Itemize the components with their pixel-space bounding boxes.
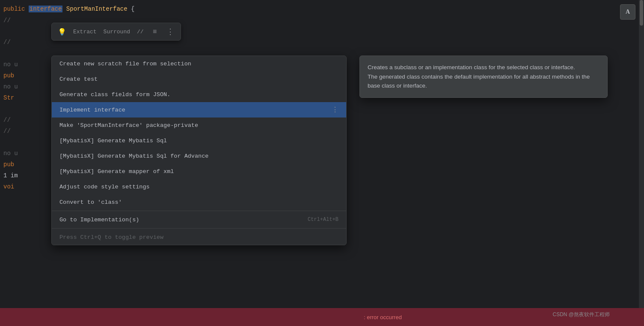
comment-12: // [0,126,11,137]
menu-item-mybatis-sql[interactable]: [MybatisX] Generate Mybatis Sql [52,133,346,148]
class-name: SportManInterface [66,6,128,12]
context-menu: Create new scratch file from selection C… [51,56,347,245]
menu-item-implement-dots: ⋮ [332,106,338,114]
comment-icon[interactable]: // [135,28,145,36]
error-bar: : error occurred [0,308,644,326]
more-button[interactable]: ⋮ [164,26,176,38]
corner-badge-text: CSDN @熬夜软件工程师 [552,311,610,317]
partial-17: voi [0,181,14,192]
translate-button[interactable]: A [620,4,635,20]
menu-item-json-label: Generate class fields form JSON. [59,91,338,98]
menu-item-convert-class[interactable]: Convert to 'class' [52,194,346,210]
partial-7: pub [0,70,14,81]
partial-6: no u [0,59,18,70]
menu-item-code-style-label: Adjust code style settings [59,184,338,190]
extract-label[interactable]: Extract [71,28,98,36]
more-icon: ⋮ [166,27,174,36]
partial-15: pub [0,159,14,170]
menu-item-scratch-label: Create new scratch file from selection [59,61,338,67]
scrollbar[interactable] [639,0,644,326]
bulb-button[interactable]: 💡 [56,26,68,38]
surround-label[interactable]: Surround [102,28,132,36]
description-panel: Creates a subclass or an implementation … [359,56,608,98]
menu-item-test[interactable]: Create test [52,71,346,87]
menu-item-json[interactable]: Generate class fields form JSON. [52,87,346,102]
menu-item-goto-impl-shortcut: Ctrl+Alt+B [308,217,338,223]
menu-item-make-private-label: Make 'SportManInterface' package-private [59,122,338,129]
list-button[interactable]: ≡ [149,26,161,38]
menu-item-make-private[interactable]: Make 'SportManInterface' package-private [52,117,346,133]
brace-open: { [131,6,134,12]
partial-8: no u [0,81,18,92]
menu-footer-label: Press Ctrl+Q to toggle preview [59,234,338,241]
menu-separator-1 [52,211,346,211]
menu-item-mybatis-mapper-label: [MybatisX] Generate mapper of xml [59,168,338,175]
menu-item-implement-label: Implement interface [59,107,328,113]
comment-4: // [3,39,11,46]
chinese-comment-2 [14,17,26,23]
menu-item-footer: Press Ctrl+Q to toggle preview [52,229,346,245]
code-line-1: public interface SportManInterface { [0,3,644,15]
corner-badge: CSDN @熬夜软件工程师 [552,311,610,318]
scrollbar-thumb[interactable] [640,0,643,26]
keyword-public: public [3,6,29,12]
menu-item-goto-impl[interactable]: Go to Implementation(s) Ctrl+Alt+B [52,212,346,227]
menu-item-mybatis-advance[interactable]: [MybatisX] Generate Mybatis Sql for Adva… [52,148,346,164]
menu-item-code-style[interactable]: Adjust code style settings [52,179,346,194]
partial-16: 1 im [0,170,18,181]
translate-icon: A [626,9,630,15]
menu-item-mybatis-advance-label: [MybatisX] Generate Mybatis Sql for Adva… [59,153,338,159]
menu-item-convert-class-label: Convert to 'class' [59,199,338,206]
partial-9: Str [0,92,14,103]
menu-item-scratch[interactable]: Create new scratch file from selection [52,56,346,71]
comment-2: // [3,17,14,24]
menu-item-implement[interactable]: Implement interface ⋮ [52,102,346,117]
comment-11: // [0,115,11,126]
floating-toolbar: 💡 Extract Surround // ≡ ⋮ [51,23,181,41]
keyword-interface: interface [29,6,63,12]
menu-item-mybatis-mapper[interactable]: [MybatisX] Generate mapper of xml [52,164,346,179]
list-icon: ≡ [153,28,157,35]
bulb-icon: 💡 [58,28,66,36]
menu-separator-2 [52,228,346,229]
error-text: : error occurred [364,314,402,320]
menu-item-test-label: Create test [59,76,338,82]
description-text: Creates a subclass or an implementation … [368,63,599,91]
partial-14: no u [0,148,18,159]
menu-item-goto-impl-label: Go to Implementation(s) [59,217,299,223]
menu-item-mybatis-sql-label: [MybatisX] Generate Mybatis Sql [59,138,338,144]
